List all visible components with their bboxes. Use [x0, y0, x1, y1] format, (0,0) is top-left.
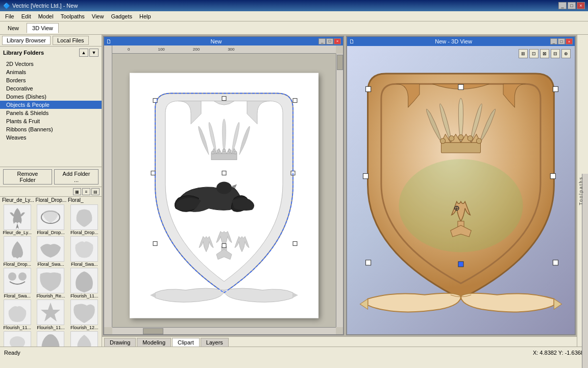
list-item[interactable]: Flourish_12...	[68, 300, 101, 330]
folder-panels-shields[interactable]: Panels & Shields	[0, 109, 102, 117]
list-item[interactable]: Floral_Swa...	[35, 236, 67, 267]
tab-modeling[interactable]: Modeling	[137, 338, 171, 347]
menu-view[interactable]: View	[89, 12, 107, 20]
heraldic-shield-2d	[130, 73, 318, 318]
folder-weaves[interactable]: Weaves	[0, 133, 102, 142]
svg-point-6	[217, 149, 220, 152]
selection-handle-ml	[151, 171, 155, 175]
list-item[interactable]: Floral_Drop...	[68, 204, 101, 235]
svg-point-18	[476, 139, 481, 144]
menu-model[interactable]: Model	[35, 12, 57, 20]
scrollbar-vertical-2d[interactable]	[336, 54, 343, 327]
window-3d-title: New - 3D View	[435, 38, 472, 44]
canvas-area-3d[interactable]: ⊞ ⊡ ⊠ ⊟ ⊕	[347, 46, 575, 334]
window-new-controls: _ □ ×	[318, 38, 341, 44]
folder-domes[interactable]: Domes (Dishes)	[0, 93, 102, 101]
nav-up-button[interactable]: ▲	[79, 49, 88, 57]
menu-edit[interactable]: Edit	[18, 12, 34, 20]
window-3d-title-bar: 🗋 New - 3D View _ □ ×	[347, 37, 575, 46]
svg-point-10	[216, 181, 232, 194]
folder-plants-fruit[interactable]: Plants & Fruit	[0, 117, 102, 125]
menu-help[interactable]: Help	[136, 12, 154, 20]
scrollbar-thumb-h[interactable]	[143, 328, 163, 334]
content-area: 🗋 New _ □ × 0 100 200	[102, 35, 577, 347]
tab-layers[interactable]: Layers	[201, 338, 229, 347]
left-panel: Library Browser Local Files Library Fold…	[0, 35, 102, 347]
grid-view-button[interactable]: ▦	[73, 188, 81, 195]
canvas-area-2d[interactable]	[112, 54, 336, 327]
status-text: Ready	[4, 350, 20, 356]
window-new-minimize[interactable]: _	[318, 38, 326, 44]
main-layout: Library Browser Local Files Library Fold…	[0, 35, 588, 347]
maximize-button[interactable]: □	[568, 2, 576, 9]
svg-point-5	[211, 151, 214, 154]
close-button[interactable]: ×	[577, 2, 585, 9]
selection-handle-3d-tr	[553, 86, 558, 91]
add-folder-button[interactable]: Add Folder ...	[54, 169, 99, 185]
svg-rect-13	[442, 143, 481, 153]
scrollbar-horizontal-2d[interactable]	[112, 327, 336, 334]
nav-down-button[interactable]: ▼	[89, 49, 99, 57]
selection-handle-tr	[293, 98, 297, 102]
window-new-title: New	[211, 38, 222, 44]
selection-handle-3d-mr	[550, 174, 555, 179]
menu-gadgets[interactable]: Gadgets	[108, 12, 135, 20]
list-item[interactable]: Flourish_11...	[68, 268, 101, 298]
selection-handle-3d-tc	[458, 84, 463, 89]
window-new-icon: 🗋	[106, 38, 112, 44]
list-item[interactable]: Floral_Swa...	[1, 268, 34, 298]
clipart-grid: Fleur_de_Ly... Floral_Drop... Floral_Dro…	[0, 203, 102, 347]
menu-file[interactable]: File	[2, 12, 17, 20]
title-bar: 🔷 Vectric [Vectric Ltd.] - New _ □ ×	[0, 0, 588, 11]
folder-ribbons[interactable]: Ribbons (Banners)	[0, 125, 102, 133]
title-bar-controls: _ □ ×	[558, 2, 585, 9]
tab-library-browser[interactable]: Library Browser	[2, 36, 51, 45]
folder-objects-people[interactable]: Objects & People	[0, 101, 102, 109]
list-item[interactable]: Floral_Drop...	[35, 204, 67, 235]
clipart-section: ▦ ≡ ▤ Fleur_de_Ly... Floral_Drop... Flor…	[0, 187, 102, 347]
window-new-close[interactable]: ×	[334, 38, 341, 44]
toolpaths-label: Toolpaths	[578, 176, 583, 205]
folder-buttons: Remove Folder Add Folder ...	[0, 167, 102, 187]
window-3d-close[interactable]: ×	[566, 38, 573, 44]
list-view-button[interactable]: ≡	[82, 188, 90, 195]
svg-rect-4	[211, 153, 237, 159]
list-item[interactable]: Flourish_12...	[68, 331, 101, 347]
app-icon: 🔷	[3, 3, 10, 9]
tab-new[interactable]: New	[2, 23, 24, 33]
list-item[interactable]: Fleur_de_Ly...	[1, 204, 34, 235]
ruler-vertical	[104, 45, 112, 327]
window-3d-minimize[interactable]: _	[550, 38, 557, 44]
selection-handle-br	[293, 241, 297, 245]
detail-view-button[interactable]: ▤	[91, 188, 100, 195]
menu-toolpaths[interactable]: Toolpaths	[58, 12, 88, 20]
tab-clipart[interactable]: Clipart	[172, 338, 200, 347]
selection-handle-3d-br	[553, 260, 558, 265]
svg-point-3	[10, 336, 25, 347]
list-item[interactable]: Flourish_11...	[35, 331, 67, 347]
folder-decorative[interactable]: Decorative	[0, 84, 102, 93]
remove-folder-button[interactable]: Remove Folder	[3, 169, 52, 185]
folder-animals[interactable]: Animals	[0, 68, 102, 76]
window-new-title-bar: 🗋 New _ □ ×	[104, 37, 343, 45]
window-3d-maximize[interactable]: □	[558, 38, 565, 44]
list-item[interactable]: Floral_Swa...	[68, 236, 101, 267]
list-item[interactable]: Flourish_Re...	[35, 268, 67, 298]
list-item[interactable]: Floral_Drop...	[1, 236, 34, 267]
tab-drawing[interactable]: Drawing	[104, 338, 136, 347]
window-new-maximize[interactable]: □	[326, 38, 333, 44]
minimize-button[interactable]: _	[558, 2, 567, 9]
list-item[interactable]: Flourish_11...	[1, 300, 34, 330]
selection-handle-bc	[222, 243, 226, 247]
tab-3d-view[interactable]: 3D View	[27, 23, 59, 33]
library-nav: ▲ ▼	[79, 49, 99, 57]
tab-local-files[interactable]: Local Files	[53, 36, 89, 45]
list-item[interactable]: Flourish_11...	[1, 331, 34, 347]
scrollbar-thumb-v[interactable]	[337, 55, 343, 70]
toolbar: New 3D View	[0, 21, 588, 35]
list-item[interactable]: Flourish_11...	[35, 300, 67, 330]
folder-borders[interactable]: Borders	[0, 76, 102, 84]
svg-point-2	[18, 272, 27, 281]
bottom-tabs: Drawing Modeling Clipart Layers	[102, 336, 577, 347]
folder-2d-vectors[interactable]: 2D Vectors	[0, 60, 102, 68]
